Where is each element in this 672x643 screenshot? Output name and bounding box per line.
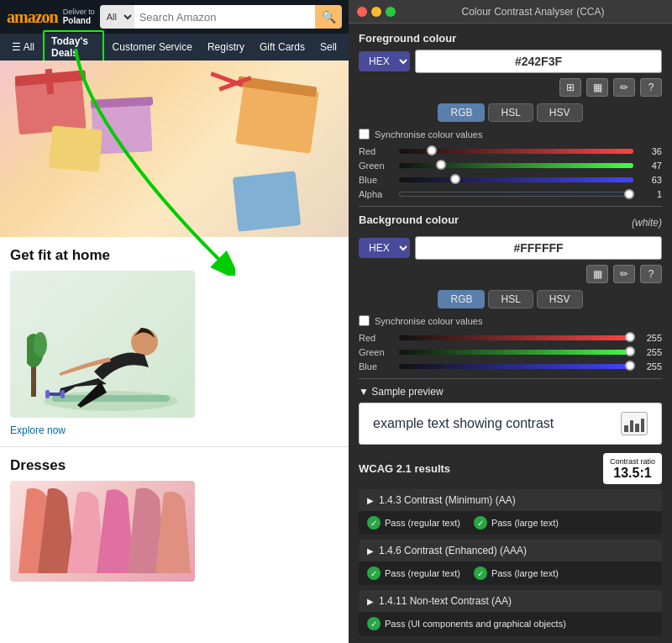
tab-rgb-fg[interactable]: RGB <box>438 103 485 122</box>
amazon-panel: amazon Deliver to Poland All 🔍 ☰ All Tod… <box>0 0 349 643</box>
criteria-146: ▶ 1.4.6 Contrast (Enhanced) (AAA) ✓ Pass… <box>359 540 662 585</box>
background-sync-checkbox[interactable] <box>359 315 370 326</box>
minimize-button[interactable] <box>371 7 381 17</box>
bg-blue-slider-thumb[interactable] <box>625 361 635 371</box>
tab-hsv-fg[interactable]: HSV <box>537 103 583 122</box>
bg-blue-slider-track <box>399 364 633 369</box>
criteria-143-toggle: ▶ <box>367 496 374 505</box>
foreground-icon-row: ⊞ ▦ ✏ ? <box>359 78 662 97</box>
bg-red-slider-thumb[interactable] <box>625 332 635 342</box>
search-bar[interactable]: All 🔍 <box>100 5 342 29</box>
bg-green-slider-row: Green 255 <box>359 347 662 357</box>
blue-value: 63 <box>638 175 662 185</box>
navbar-customer-service[interactable]: Customer Service <box>106 38 199 56</box>
red-label: Red <box>359 146 394 156</box>
criteria-146-regular-label: Pass (regular text) <box>385 568 460 578</box>
tab-hsv-bg[interactable]: HSV <box>537 290 583 308</box>
divider-2 <box>359 378 662 379</box>
criteria-143-header[interactable]: ▶ 1.4.3 Contrast (Minimum) (AA) <box>359 489 662 511</box>
grid-icon[interactable]: ▦ <box>586 78 608 97</box>
contrast-ratio-value: 13.5:1 <box>610 466 655 481</box>
criteria-146-large-label: Pass (large text) <box>491 568 559 578</box>
green-slider-thumb[interactable] <box>436 160 446 170</box>
criteria-1411-results: ✓ Pass (UI components and graphical obje… <box>359 612 662 635</box>
search-input[interactable] <box>134 5 315 29</box>
foreground-sync-label: Synchronise colour values <box>375 129 482 140</box>
criteria-146-header[interactable]: ▶ 1.4.6 Contrast (Enhanced) (AAA) <box>359 540 662 561</box>
green-slider-row: Green 47 <box>359 161 662 171</box>
criteria-143-regular-label: Pass (regular text) <box>385 518 460 528</box>
bg-red-value: 255 <box>638 333 662 343</box>
criteria-146-toggle: ▶ <box>367 546 374 556</box>
red-slider-thumb[interactable] <box>427 145 437 155</box>
background-hex-input[interactable] <box>415 236 662 260</box>
foreground-hex-row: HEX <box>359 50 662 73</box>
fit-section: Get fit at home <box>0 237 349 446</box>
chart-bar-3 <box>635 424 639 432</box>
explore-link[interactable]: Explore now <box>10 424 339 436</box>
criteria-146-title: 1.4.6 Contrast (Enhanced) (AAA) <box>379 545 527 556</box>
criteria-146-large: ✓ Pass (large text) <box>474 567 559 580</box>
svg-rect-5 <box>45 390 50 398</box>
navbar-menu[interactable]: ☰ All <box>5 38 41 56</box>
background-header-row: Background colour (white) <box>359 213 662 231</box>
criteria-146-results: ✓ Pass (regular text) ✓ Pass (large text… <box>359 561 662 585</box>
chart-bar-4 <box>641 419 645 432</box>
bg-red-slider-row: Red 255 <box>359 333 662 343</box>
bg-grid-icon[interactable]: ▦ <box>586 265 608 283</box>
criteria-1411-title: 1.4.11 Non-text Contrast (AA) <box>379 595 512 607</box>
criteria-143-regular: ✓ Pass (regular text) <box>367 516 460 530</box>
foreground-hex-input[interactable] <box>415 50 662 73</box>
close-button[interactable] <box>357 7 367 17</box>
bg-blue-label: Blue <box>359 361 394 372</box>
eyedropper-icon[interactable]: ✏ <box>613 78 635 97</box>
svg-point-9 <box>34 332 47 357</box>
alpha-slider-thumb[interactable] <box>624 189 634 199</box>
navbar-sell[interactable]: Sell <box>313 38 344 56</box>
help-icon[interactable]: ? <box>640 78 662 97</box>
sample-preview-header[interactable]: ▼ Sample preview <box>359 386 662 398</box>
bg-help-icon[interactable]: ? <box>640 265 662 283</box>
foreground-format-dropdown[interactable]: HEX <box>359 51 410 71</box>
alpha-label: Alpha <box>359 189 394 199</box>
tab-hsl-bg[interactable]: HSL <box>488 290 533 308</box>
divider-1 <box>359 206 662 207</box>
chart-icon[interactable] <box>621 412 648 435</box>
criteria-1411-toggle: ▶ <box>367 597 374 606</box>
search-category[interactable]: All <box>100 5 134 29</box>
deliver-to: Deliver to Poland <box>63 8 95 27</box>
amazon-topbar: amazon Deliver to Poland All 🔍 <box>0 0 349 34</box>
foreground-color-tabs: RGB HSL HSV <box>359 103 662 122</box>
blue-slider-thumb[interactable] <box>450 174 460 184</box>
background-icon-row: ▦ ✏ ? <box>359 265 662 283</box>
navbar-todays-deals[interactable]: Today's Deals <box>43 30 104 64</box>
foreground-label: Foreground colour <box>359 32 662 45</box>
background-sync-row: Synchronise colour values <box>359 315 662 326</box>
sample-preview-box: example text showing contrast <box>359 403 662 445</box>
background-white-label: (white) <box>632 217 662 229</box>
svg-point-3 <box>131 329 158 356</box>
svg-rect-6 <box>60 390 65 398</box>
maximize-button[interactable] <box>386 7 396 17</box>
green-slider-track <box>399 163 633 168</box>
bg-blue-value: 255 <box>638 361 662 372</box>
green-label: Green <box>359 161 394 171</box>
pass-icon-143-regular: ✓ <box>367 516 381 530</box>
bg-eyedropper-icon[interactable]: ✏ <box>613 265 635 283</box>
amazon-navbar: ☰ All Today's Deals Customer Service Reg… <box>0 34 349 61</box>
contrast-icon[interactable]: ⊞ <box>559 78 581 97</box>
alpha-slider-track <box>399 192 633 197</box>
tab-rgb-bg[interactable]: RGB <box>438 290 485 308</box>
cca-panel: Colour Contrast Analyser (CCA) Foregroun… <box>349 0 672 643</box>
bg-green-slider-thumb[interactable] <box>625 346 635 356</box>
background-format-dropdown[interactable]: HEX <box>359 238 410 258</box>
navbar-registry[interactable]: Registry <box>201 38 251 56</box>
dresses-section: Dresses <box>0 446 349 592</box>
cca-title: Colour Contrast Analyser (CCA) <box>402 6 664 18</box>
criteria-1411-header[interactable]: ▶ 1.4.11 Non-text Contrast (AA) <box>359 590 662 612</box>
criteria-146-regular: ✓ Pass (regular text) <box>367 567 460 580</box>
tab-hsl-fg[interactable]: HSL <box>488 103 533 122</box>
navbar-gift-cards[interactable]: Gift Cards <box>253 38 312 56</box>
search-button[interactable]: 🔍 <box>315 5 342 29</box>
foreground-sync-checkbox[interactable] <box>359 129 370 140</box>
